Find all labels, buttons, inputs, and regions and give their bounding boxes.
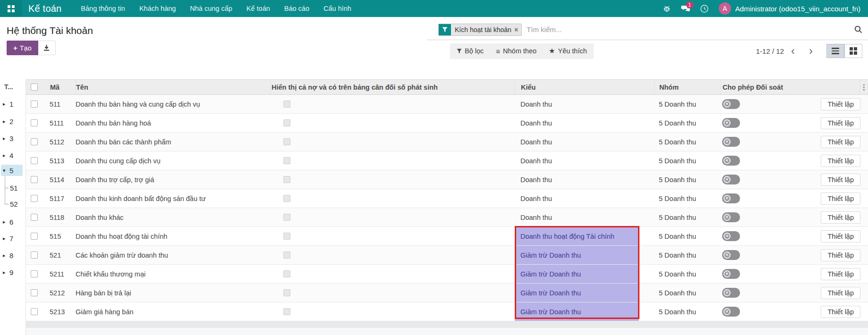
menu-dashboard[interactable]: Bảng thông tin bbox=[74, 0, 132, 17]
table-row[interactable]: 5118 Doanh thu khác Doanh thu 5 Doanh th… bbox=[26, 208, 868, 227]
debit-credit-checkbox[interactable] bbox=[283, 251, 290, 259]
pager-prev-icon[interactable]: ‹ bbox=[784, 45, 802, 57]
table-row[interactable]: 5117 Doanh thu kinh doanh bất động sản đ… bbox=[26, 189, 868, 208]
table-row[interactable]: 5213 Giảm giá hàng bán Giảm trừ Doanh th… bbox=[26, 302, 868, 321]
pager-next-icon[interactable]: › bbox=[802, 45, 820, 57]
caret-icon[interactable]: ▸ bbox=[3, 252, 9, 259]
reconcile-toggle[interactable]: × bbox=[722, 288, 740, 298]
row-checkbox[interactable] bbox=[31, 138, 38, 145]
row-checkbox[interactable] bbox=[31, 157, 38, 164]
menu-accounting[interactable]: Kế toán bbox=[239, 0, 277, 17]
header-group[interactable]: Nhóm bbox=[654, 80, 720, 94]
reconcile-toggle[interactable]: × bbox=[722, 212, 740, 222]
app-brand[interactable]: Kế toán bbox=[22, 3, 74, 14]
setup-button[interactable]: Thiết lập bbox=[821, 287, 860, 299]
optional-columns-icon[interactable]: ⋮ bbox=[859, 80, 868, 94]
row-checkbox[interactable] bbox=[31, 195, 38, 202]
search-icon[interactable] bbox=[849, 25, 868, 34]
row-checkbox[interactable] bbox=[31, 251, 38, 259]
row-checkbox[interactable] bbox=[31, 270, 38, 277]
table-row[interactable]: 5114 Doanh thu trợ cấp, trợ giá Doanh th… bbox=[26, 170, 868, 189]
setup-button[interactable]: Thiết lập bbox=[821, 98, 860, 110]
setup-button[interactable]: Thiết lập bbox=[821, 155, 860, 167]
groupby-button[interactable]: ≡ Nhóm theo bbox=[496, 47, 536, 55]
export-download-button[interactable] bbox=[38, 41, 56, 55]
favorites-button[interactable]: ★ Yêu thích bbox=[549, 47, 587, 55]
menu-customers[interactable]: Khách hàng bbox=[132, 0, 183, 17]
reconcile-toggle[interactable]: × bbox=[722, 99, 740, 109]
tree-item-5-selected[interactable]: ▾5 bbox=[1, 165, 23, 176]
tree-item-52[interactable]: 52 bbox=[5, 198, 18, 209]
filters-button[interactable]: Bộ lọc bbox=[457, 47, 484, 55]
tree-item-9[interactable]: ▸9 bbox=[3, 267, 13, 278]
reconcile-toggle[interactable]: × bbox=[722, 137, 740, 147]
row-checkbox[interactable] bbox=[31, 289, 38, 296]
header-reconcile[interactable]: Cho phép Đối soát bbox=[720, 80, 808, 94]
row-checkbox[interactable] bbox=[31, 176, 38, 183]
header-type[interactable]: Kiểu bbox=[515, 80, 654, 94]
messages-icon[interactable]: 1 bbox=[676, 0, 695, 17]
reconcile-toggle[interactable]: × bbox=[722, 250, 740, 260]
kanban-view-button[interactable] bbox=[844, 44, 862, 58]
caret-icon[interactable]: ▸ bbox=[3, 269, 9, 276]
debit-credit-checkbox[interactable] bbox=[283, 308, 290, 315]
tree-item-3[interactable]: ▸3 bbox=[3, 133, 13, 144]
caret-icon[interactable]: ▸ bbox=[3, 101, 9, 107]
tree-item-8[interactable]: ▸8 bbox=[3, 250, 13, 261]
debug-bug-icon[interactable] bbox=[657, 0, 676, 17]
header-code[interactable]: Mã bbox=[50, 80, 76, 94]
caret-icon[interactable]: ▾ bbox=[3, 168, 9, 174]
reconcile-toggle[interactable]: × bbox=[722, 175, 740, 184]
caret-icon[interactable]: ▸ bbox=[3, 118, 9, 125]
reconcile-toggle[interactable]: × bbox=[722, 231, 740, 241]
reconcile-toggle[interactable]: × bbox=[722, 269, 740, 279]
row-checkbox[interactable] bbox=[31, 214, 38, 221]
apps-menu-icon[interactable] bbox=[0, 0, 22, 17]
caret-icon[interactable]: ▸ bbox=[3, 135, 9, 142]
setup-button[interactable]: Thiết lập bbox=[821, 136, 860, 148]
tree-item-4[interactable]: ▸4 bbox=[3, 150, 13, 161]
header-debit-credit[interactable]: Hiển thị cả nợ và có trên bảng cân đối s… bbox=[270, 80, 515, 94]
debit-credit-checkbox[interactable] bbox=[283, 233, 290, 240]
list-view-button[interactable] bbox=[826, 44, 844, 58]
table-row[interactable]: 5112 Doanh thu bán các thành phẩm Doanh … bbox=[26, 133, 868, 151]
table-row[interactable]: 5111 Doanh thu bán hàng hoá Doanh thu 5 … bbox=[26, 114, 868, 133]
create-button[interactable]: +Tạo bbox=[7, 41, 38, 55]
debit-credit-checkbox[interactable] bbox=[283, 176, 290, 183]
debit-credit-checkbox[interactable] bbox=[283, 138, 290, 145]
menu-vendors[interactable]: Nhà cung cấp bbox=[183, 0, 239, 17]
row-checkbox[interactable] bbox=[31, 100, 38, 108]
caret-icon[interactable]: ▸ bbox=[3, 235, 9, 242]
reconcile-toggle[interactable]: × bbox=[722, 156, 740, 166]
facet-remove-icon[interactable]: × bbox=[513, 24, 521, 35]
setup-button[interactable]: Thiết lập bbox=[821, 211, 860, 224]
menu-configuration[interactable]: Cấu hình bbox=[316, 0, 358, 17]
table-row[interactable]: 511 Doanh thu bán hàng và cung cấp dịch … bbox=[26, 95, 868, 114]
caret-icon[interactable]: ▸ bbox=[3, 152, 9, 159]
user-menu[interactable]: A Administrator (odoo15_viin_account_fn) bbox=[714, 2, 868, 15]
debit-credit-checkbox[interactable] bbox=[283, 270, 290, 277]
setup-button[interactable]: Thiết lập bbox=[821, 306, 860, 318]
reconcile-toggle[interactable]: × bbox=[722, 193, 740, 203]
tree-item-1[interactable]: ▸1 bbox=[3, 98, 13, 109]
header-name[interactable]: Tên bbox=[76, 80, 270, 94]
table-row[interactable]: 521 Các khoản giảm trừ doanh thu Giảm tr… bbox=[26, 246, 868, 265]
table-row[interactable]: 5113 Doanh thu cung cấp dịch vụ Doanh th… bbox=[26, 151, 868, 170]
tree-item-51[interactable]: 51 bbox=[5, 182, 18, 193]
setup-button[interactable]: Thiết lập bbox=[821, 193, 860, 205]
row-checkbox[interactable] bbox=[31, 233, 38, 240]
row-checkbox[interactable] bbox=[31, 119, 38, 126]
row-checkbox[interactable] bbox=[31, 308, 38, 315]
tree-item-2[interactable]: ▸2 bbox=[3, 116, 13, 127]
debit-credit-checkbox[interactable] bbox=[283, 157, 290, 164]
debit-credit-checkbox[interactable] bbox=[283, 195, 290, 202]
select-all-checkbox[interactable] bbox=[31, 84, 38, 91]
debit-credit-checkbox[interactable] bbox=[283, 119, 290, 126]
reconcile-toggle[interactable]: × bbox=[722, 307, 740, 317]
debit-credit-checkbox[interactable] bbox=[283, 289, 290, 296]
tree-item-7[interactable]: ▸7 bbox=[3, 233, 13, 244]
table-row[interactable]: 5212 Hàng bán bị trả lại Giảm trừ Doanh … bbox=[26, 284, 868, 302]
setup-button[interactable]: Thiết lập bbox=[821, 249, 860, 261]
search-input[interactable] bbox=[527, 25, 849, 34]
caret-icon[interactable]: ▸ bbox=[3, 219, 9, 225]
